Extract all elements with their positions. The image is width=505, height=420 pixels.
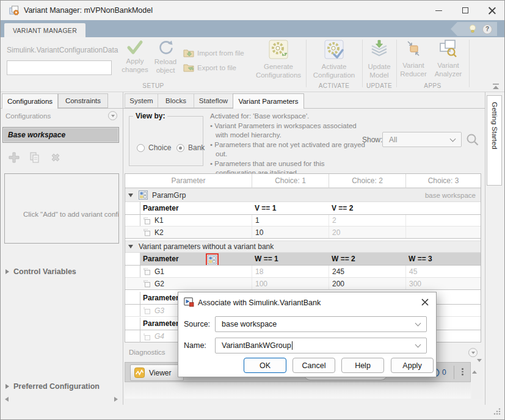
dialog-close-icon[interactable] — [420, 297, 430, 307]
scroll-left-icon[interactable] — [5, 397, 9, 402]
tab-constraints-label: Constraints — [65, 97, 101, 104]
parameter-name: G4 — [154, 332, 164, 341]
tab-stateflow[interactable]: Stateflow — [194, 93, 233, 108]
subtable-header-row-selected[interactable]: Parameter W == 1 W == 2 W == 3 — [125, 253, 481, 266]
table-row-g1[interactable]: G1 18 245 45 — [125, 266, 481, 278]
configurations-list[interactable]: Click "Add" to add variant configu — [4, 173, 119, 244]
section-activate-label: ACTIVATE — [306, 82, 362, 89]
tab-blocks[interactable]: Blocks — [158, 93, 194, 108]
ribbon-toolstrip: Simulink.VariantConfigurationData Apply … — [1, 37, 505, 92]
generate-configurations-button[interactable]: Generate Configurations — [253, 38, 304, 89]
chevron-down-icon — [415, 320, 421, 327]
update-model-button[interactable]: Update Model — [361, 38, 398, 89]
table-row-g2[interactable]: G2 100 200 300 — [125, 278, 481, 290]
viewer-tab-label: Viewer — [149, 369, 171, 377]
collapse-group-icon[interactable] — [128, 245, 133, 248]
parameter-icon — [143, 228, 151, 236]
search-icon[interactable] — [465, 132, 480, 147]
minimize-icon[interactable] — [425, 1, 452, 20]
parameter-value: 1 — [252, 215, 329, 226]
collapse-configurations-icon[interactable] — [108, 111, 117, 120]
tab-getting-started[interactable]: Getting Started — [487, 95, 502, 186]
panel-splitter[interactable] — [123, 92, 123, 405]
maximize-icon[interactable] — [452, 1, 479, 20]
show-label: Show: — [362, 136, 382, 144]
source-dropdown[interactable]: base workspace — [215, 316, 427, 332]
ribbon-separator — [469, 40, 470, 87]
export-to-file-button[interactable]: Export to file — [183, 63, 236, 72]
preferred-configuration-section[interactable]: Preferred Configuration — [5, 382, 100, 391]
close-icon[interactable] — [479, 1, 505, 20]
table-row-k1[interactable]: K1 1 2 — [125, 215, 481, 226]
scroll-up-icon[interactable] — [472, 362, 477, 374]
parameter-value: 18 — [252, 266, 329, 277]
control-variables-label: Control Variables — [13, 267, 76, 276]
help-icon[interactable]: ? — [482, 24, 492, 34]
show-filter-dropdown[interactable]: All — [382, 132, 462, 147]
subtable-header-row[interactable]: Parameter V == 1 V == 2 — [125, 202, 481, 215]
import-from-file-button[interactable]: Import from file — [183, 48, 244, 57]
variant-analyzer-button[interactable]: Variant Analyzer — [430, 38, 467, 89]
parameter-icon — [143, 306, 151, 314]
delete-x-icon — [50, 152, 61, 163]
diagnostics-scrollbar[interactable] — [472, 362, 482, 399]
parameter-value: 245 — [329, 266, 405, 277]
parameter-icon — [143, 267, 151, 275]
variant-bank-icon — [139, 190, 148, 200]
info-count: 0 — [442, 368, 446, 377]
group-row-no-bank[interactable]: Variant parameters without a variant ban… — [125, 241, 481, 253]
tab-system-label: System — [129, 97, 153, 104]
radio-bank[interactable]: Bank — [176, 143, 205, 152]
ok-button[interactable]: OK — [244, 358, 286, 373]
more-options-icon[interactable] — [462, 368, 463, 375]
config-list-item-base-workspace[interactable]: Base workspace — [2, 127, 119, 143]
section-setup-label: SETUP — [1, 82, 306, 89]
name-value: VariantBankWGroup — [222, 341, 291, 350]
parameter-name: G2 — [154, 280, 164, 288]
add-configuration-button[interactable] — [5, 149, 22, 165]
config-data-input[interactable] — [7, 60, 112, 75]
cancel-button[interactable]: Cancel — [292, 358, 335, 373]
group-name: Variant parameters without a variant ban… — [139, 242, 274, 251]
title-bar: Variant Manager: mVPNonBankModel — [1, 1, 505, 20]
resize-grip[interactable] — [493, 407, 501, 416]
parameter-icon — [143, 333, 151, 341]
table-row-k2[interactable]: K2 10 20 — [125, 226, 481, 239]
tab-variant-manager[interactable]: VARIANT MANAGER — [4, 23, 85, 37]
collapse-ribbon-icon[interactable] — [492, 84, 500, 90]
parameter-value: 20 — [329, 226, 405, 238]
scroll-down-icon[interactable] — [477, 359, 482, 371]
collapse-diagnostics-icon[interactable] — [468, 348, 478, 357]
tab-variant-parameters[interactable]: Variant Parameters — [233, 93, 304, 109]
name-combobox[interactable]: VariantBankWGroup — [215, 338, 427, 353]
parameter-value: 200 — [329, 278, 405, 289]
tab-system[interactable]: System — [125, 93, 158, 108]
empty-list-hint: Click "Add" to add variant configu — [23, 211, 119, 218]
control-variables-section[interactable]: Control Variables — [5, 267, 76, 276]
associate-bank-icon[interactable] — [206, 253, 219, 265]
activate-configuration-label: Activate Configuration — [313, 63, 355, 79]
group-row-paramgrp[interactable]: ParamGrp base workspace — [125, 188, 481, 202]
plus-icon — [9, 152, 20, 163]
help-button[interactable]: Help — [341, 358, 384, 373]
tab-constraints[interactable]: Constraints — [58, 93, 108, 108]
tab-configurations[interactable]: Configurations — [2, 93, 58, 109]
tab-variant-parameters-label: Variant Parameters — [238, 98, 298, 105]
tab-stateflow-label: Stateflow — [199, 97, 228, 104]
variant-reducer-label: Variant Reducer — [400, 62, 426, 78]
copy-configuration-button[interactable] — [26, 149, 43, 165]
show-filter-value: All — [389, 136, 397, 144]
collapse-group-icon[interactable] — [128, 194, 133, 197]
diagnostics-content — [125, 382, 471, 399]
delete-configuration-button[interactable] — [47, 149, 64, 165]
lightbulb-icon[interactable] — [468, 24, 478, 34]
radio-bank-circle — [176, 144, 184, 152]
diagnostics-viewer-tab[interactable]: Viewer — [130, 364, 184, 381]
radio-choice[interactable]: Choice — [137, 143, 171, 152]
parameter-value: 2 — [329, 215, 405, 226]
apply-button[interactable]: Apply — [391, 358, 434, 373]
update-model-icon — [368, 38, 390, 60]
variant-reducer-button[interactable]: Variant Reducer — [395, 38, 432, 89]
scroll-right-icon[interactable] — [114, 397, 118, 402]
activate-configuration-button[interactable]: Activate Configuration — [308, 38, 360, 89]
